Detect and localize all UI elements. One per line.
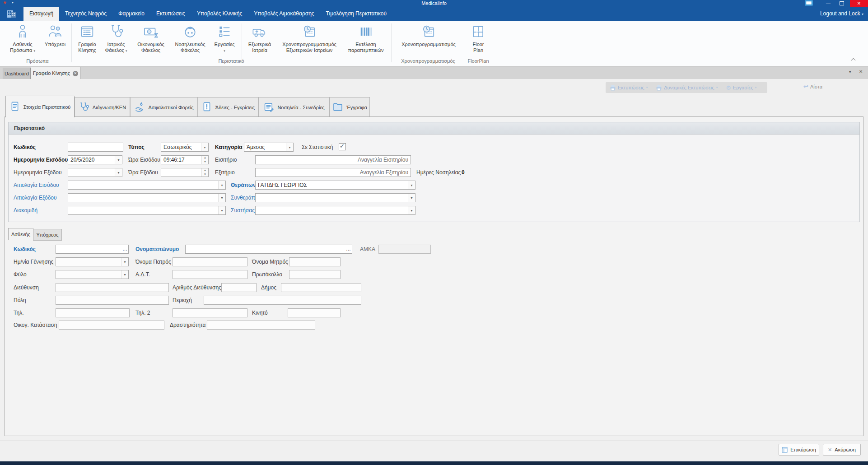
dynamic-print-button[interactable]: Δυναμικές Εκτυπώσεις▾ xyxy=(652,85,722,91)
patient-icon xyxy=(5,23,40,42)
entry-time-spinner[interactable]: 09:46:17▲▼ xyxy=(161,155,209,164)
protocol-input[interactable] xyxy=(289,270,341,279)
category-combo[interactable]: Άμεσος▾ xyxy=(244,143,294,152)
phone-input[interactable] xyxy=(56,308,130,317)
ribbon-button-outpatient-scheduling[interactable]: Χρονοπρογραμματισμός Εξωτερικών Ιατρείων xyxy=(276,23,342,62)
menu-tab-ypovoles-aimokatharsis[interactable]: Υποβολές Αιμοκάθαρσης xyxy=(248,7,320,21)
ribbon-button-patients[interactable]: Ασθενείς Πρόσωπα ▾ xyxy=(5,23,40,62)
exit-reason-label: Αιτιολογία Εξόδου xyxy=(14,195,57,201)
codoctor-combo[interactable]: ▾ xyxy=(255,193,415,202)
nurse-icon xyxy=(171,23,210,42)
ribbon-button-referrals-execution[interactable]: Εκτέλεση παραπεμπτικών xyxy=(343,23,388,62)
menu-tab-farmakeio[interactable]: Φαρμακείο xyxy=(112,7,150,21)
spinner-arrows-icon[interactable]: ▲▼ xyxy=(201,168,208,177)
browse-ellipsis-icon[interactable]: … xyxy=(122,246,127,251)
bottom-edge-strip xyxy=(0,461,868,465)
menu-tab-ypovoles-klinikis[interactable]: Υποβολές Κλινικής xyxy=(191,7,248,21)
tab-incident-details[interactable]: Στοιχεία Περιστατικού xyxy=(5,96,75,117)
exit-reason-combo[interactable]: ▾ xyxy=(68,193,226,202)
tab-diagnosis-ken[interactable]: Διάγνωση/ΚΕΝ xyxy=(75,97,130,118)
menu-tab-eisagogi[interactable]: Εισαγωγή xyxy=(23,7,59,21)
admission-input[interactable]: Αναγγελία Εισιτηρίου xyxy=(255,155,411,164)
mobile-input[interactable] xyxy=(288,308,341,317)
close-button[interactable]: ✕ xyxy=(850,0,868,7)
code-input[interactable] xyxy=(68,143,123,152)
incident-groupbox-header: Περιστατικό xyxy=(9,122,859,135)
activity-input[interactable] xyxy=(207,321,315,330)
doc-tab-dashboard[interactable]: Dashboard xyxy=(3,68,31,79)
menu-tab-texnitos-nefros[interactable]: Τεχνητός Νεφρός xyxy=(59,7,112,21)
minimize-button[interactable]: — xyxy=(822,0,835,7)
gender-combo[interactable]: ▾ xyxy=(56,270,129,279)
app-building-icon[interactable] xyxy=(6,9,17,20)
tasks-toolbar-button[interactable]: ⚙ Εργασίες▾ xyxy=(722,84,761,91)
id-card-input[interactable] xyxy=(173,270,247,279)
ribbon-group-caption-floorplan: FloorPlan xyxy=(465,58,491,64)
spinner-arrows-icon[interactable]: ▲▼ xyxy=(201,156,208,164)
transport-combo[interactable]: ▾ xyxy=(68,206,226,215)
monitor-icon[interactable] xyxy=(802,0,816,7)
exit-time-spinner[interactable]: ▲▼ xyxy=(161,168,209,177)
marital-status-input[interactable] xyxy=(59,321,164,330)
entry-reason-label: Αιτιολογία Εισόδου xyxy=(14,182,59,188)
fullname-input[interactable]: … xyxy=(185,245,352,254)
tab-insurance-providers[interactable]: Ασφαλιστικοί Φορείς xyxy=(130,97,198,118)
ribbon-button-scheduling[interactable]: Χρονοπρογραμματισμός xyxy=(395,23,462,62)
type-combo[interactable]: Εσωτερικός▾ xyxy=(161,143,209,152)
tab-permits-approvals[interactable]: Άδειες - Εγκρίσεις xyxy=(198,97,258,118)
entry-date-picker[interactable]: 20/5/2020▾ xyxy=(68,155,122,164)
ribbon-group-caption-prosopa: Πρόσωπα xyxy=(5,58,70,64)
area-input[interactable] xyxy=(204,296,361,305)
ribbon-collapse-chevron-icon[interactable] xyxy=(851,58,855,61)
menu-tab-timologisi[interactable]: Τιμολόγηση Περιστατικού xyxy=(320,7,392,21)
city-label: Πόλη xyxy=(14,297,26,303)
doctor-combo[interactable]: ΓΑΤΙΔΗΣ ΓΕΩΡΓΙΟΣ▾ xyxy=(255,181,415,190)
doc-tab-grafeio-kinisis[interactable]: Γραφείο Κίνησης✕ xyxy=(31,67,80,79)
city-input[interactable] xyxy=(56,296,169,305)
menu-tab-ektyposeis[interactable]: Εκτυπώσεις xyxy=(150,7,191,21)
confirm-button[interactable]: Επικύρωση xyxy=(779,444,819,456)
patient-code-input[interactable]: … xyxy=(56,245,129,254)
ribbon-button-tasks[interactable]: Εργασίες ▾ xyxy=(210,23,238,62)
ribbon-button-outpatient-clinics[interactable]: Εξωτερικά Ιατρεία xyxy=(244,23,275,62)
amka-input[interactable] xyxy=(378,245,431,254)
ribbon-button-admission-office[interactable]: Γραφείο Κίνησης xyxy=(74,23,101,62)
birthdate-combo[interactable]: ▾ xyxy=(56,257,129,266)
discharge-input[interactable]: Αναγγελία Εξιτηρίου xyxy=(255,168,411,177)
discharge-announce-button[interactable]: Αναγγελία Εξιτηρίου xyxy=(360,169,408,176)
municipality-input[interactable] xyxy=(281,283,361,292)
print-button[interactable]: Εκτυπώσεις▾ xyxy=(606,85,652,91)
browse-ellipsis-icon[interactable]: … xyxy=(346,246,351,251)
ribbon-button-floor-plan[interactable]: Floor Plan xyxy=(466,23,490,62)
ribbon-button-financial-file[interactable]: Οικονομικός Φάκελος xyxy=(132,23,170,62)
father-name-input[interactable] xyxy=(173,257,247,266)
ribbon-button-liable-parties[interactable]: Υπόχρεοι xyxy=(41,23,70,62)
statistics-checkbox[interactable] xyxy=(339,143,346,150)
ribbon-button-medical-file[interactable]: Ιατρικός Φάκελος ▾ xyxy=(101,23,131,62)
combo-arrow-icon: ▾ xyxy=(286,143,293,151)
mother-name-input[interactable] xyxy=(289,257,341,266)
list-button[interactable]: ↩ Λίστα xyxy=(803,83,822,90)
address-input[interactable] xyxy=(56,283,169,292)
tab-close-icon[interactable]: ✕ xyxy=(73,71,78,76)
tab-hospitalization-sessions[interactable]: Νοσηλεία - Συνεδρίες xyxy=(258,97,330,118)
admission-announce-button[interactable]: Αναγγελία Εισιτηρίου xyxy=(358,157,408,163)
ribbon-button-nursing-file[interactable]: Νοσηλευτικός Φάκελος xyxy=(171,23,210,62)
maximize-button[interactable] xyxy=(835,0,848,7)
cancel-button[interactable]: ✕ Ακύρωση xyxy=(823,444,861,456)
exit-date-picker[interactable]: ▾ xyxy=(68,168,122,177)
tab-liable[interactable]: Υπόχρεος xyxy=(33,229,62,241)
tab-patient[interactable]: Ασθενής xyxy=(8,228,33,240)
address-no-input[interactable] xyxy=(221,283,257,292)
tab-list-caret-icon[interactable]: ▾ xyxy=(849,70,851,74)
combo-arrow-icon: ▾ xyxy=(121,258,128,266)
phone2-input[interactable] xyxy=(173,308,247,317)
amka-label: ΑΜΚΑ xyxy=(360,246,375,252)
tab-documents[interactable]: Έγγραφα xyxy=(330,97,370,118)
category-label: Κατηγορία xyxy=(215,144,243,150)
tab-strip-close-icon[interactable]: ✕ xyxy=(859,69,863,74)
code-label: Κωδικός xyxy=(14,144,36,150)
entry-reason-combo[interactable]: ▾ xyxy=(68,181,226,190)
referrer-combo[interactable]: ▾ xyxy=(255,206,415,215)
logout-and-lock-button[interactable]: Logout and Lock ▾ xyxy=(820,7,863,21)
